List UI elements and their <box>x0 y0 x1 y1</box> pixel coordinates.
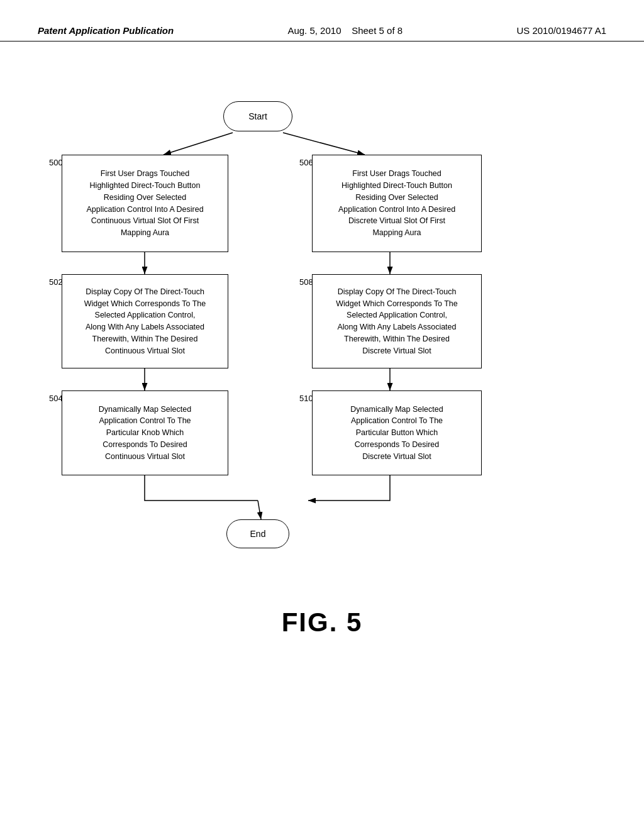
node-506: First User Drags TouchedHighlighted Dire… <box>312 155 482 252</box>
node-502-label: 502 <box>49 277 63 287</box>
node-500: First User Drags TouchedHighlighted Dire… <box>62 155 228 252</box>
node-504-label: 504 <box>49 394 63 403</box>
svg-line-7 <box>258 501 261 519</box>
date-label: Aug. 5, 2010 Sheet 5 of 8 <box>287 25 402 36</box>
node-502: Display Copy Of The Direct-TouchWidget W… <box>62 274 228 368</box>
end-node: End <box>226 519 289 548</box>
node-508-label: 508 <box>299 277 313 287</box>
node-508: Display Copy Of The Direct-TouchWidget W… <box>312 274 482 368</box>
node-510-label: 510 <box>299 394 313 403</box>
svg-line-2 <box>283 133 365 155</box>
node-500-label: 500 <box>49 158 63 167</box>
patent-number-label: US 2010/0194677 A1 <box>516 25 606 36</box>
start-node: Start <box>223 101 292 131</box>
publication-label: Patent Application Publication <box>38 25 174 36</box>
flowchart-diagram: Start 500 First User Drags TouchedHighli… <box>0 60 644 595</box>
node-506-label: 506 <box>299 158 313 167</box>
page-header: Patent Application Publication Aug. 5, 2… <box>0 0 644 42</box>
node-504: Dynamically Map SelectedApplication Cont… <box>62 390 228 475</box>
figure-label: FIG. 5 <box>0 607 644 638</box>
node-510: Dynamically Map SelectedApplication Cont… <box>312 390 482 475</box>
svg-line-1 <box>164 133 233 155</box>
